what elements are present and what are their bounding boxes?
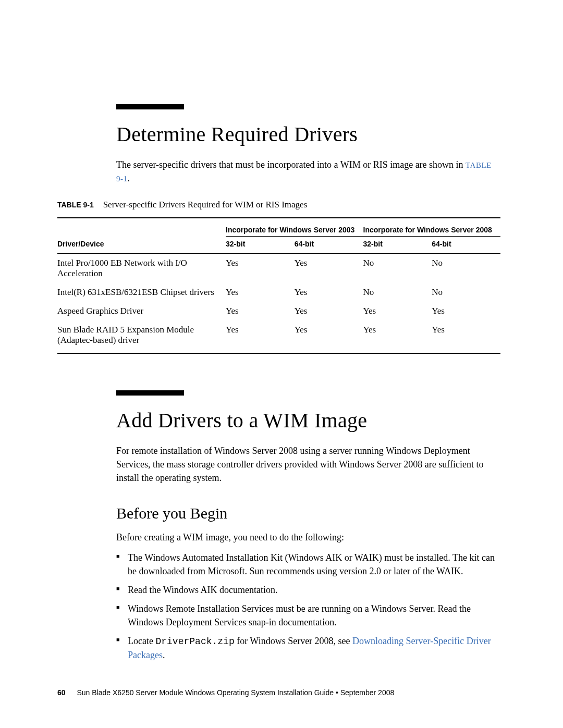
drivers-table: Incorporate for Windows Server 2003 Inco… xyxy=(57,217,500,354)
intro-text-pre: The server-specific drivers that must be… xyxy=(116,159,466,170)
list-item: Locate DriverPack.zip for Windows Server… xyxy=(116,634,500,662)
table-caption-code: TABLE 9-1 xyxy=(57,201,94,209)
heading-add-drivers-wim: Add Drivers to a WIM Image xyxy=(116,408,500,433)
col-2003-32: 32-bit xyxy=(226,237,295,254)
list-item: Read the Windows AIK documentation. xyxy=(116,583,500,597)
col-2008-64: 64-bit xyxy=(432,237,500,254)
cell-val: Yes xyxy=(295,283,363,302)
cell-device: Aspeed Graphics Driver xyxy=(57,302,226,320)
page-footer: 60 Sun Blade X6250 Server Module Windows… xyxy=(57,688,500,697)
cell-val: Yes xyxy=(226,320,295,353)
col-group-2008: Incorporate for Windows Server 2008 xyxy=(363,218,501,237)
cell-val: No xyxy=(432,283,500,302)
intro-paragraph-2: For remote installation of Windows Serve… xyxy=(116,444,500,485)
cell-val: Yes xyxy=(295,320,363,353)
b4-code: DriverPack.zip xyxy=(155,636,234,647)
table-caption-desc: Server-specific Drivers Required for WIM… xyxy=(103,200,308,209)
cell-val: Yes xyxy=(295,302,363,320)
col-2008-32: 32-bit xyxy=(363,237,432,254)
b4-post: . xyxy=(163,650,165,660)
cell-val: Yes xyxy=(363,302,432,320)
cell-val: Yes xyxy=(226,302,295,320)
section-rule xyxy=(116,390,184,396)
cell-val: No xyxy=(363,283,432,302)
cell-val: Yes xyxy=(295,254,363,283)
page-number: 60 xyxy=(57,688,66,697)
subheading-before-you-begin: Before you Begin xyxy=(116,504,500,522)
b4-pre: Locate xyxy=(128,636,155,646)
intro-paragraph-1: The server-specific drivers that must be… xyxy=(116,158,500,185)
cell-val: Yes xyxy=(226,283,295,302)
col-2003-64: 64-bit xyxy=(295,237,363,254)
list-item: The Windows Automated Installation Kit (… xyxy=(116,551,500,578)
footer-title: Sun Blade X6250 Server Module Windows Op… xyxy=(77,688,394,697)
cell-device: Intel(R) 631xESB/6321ESB Chipset drivers xyxy=(57,283,226,302)
intro-text-post: . xyxy=(128,173,130,183)
cell-val: Yes xyxy=(363,320,432,353)
cell-val: Yes xyxy=(226,254,295,283)
table-row: Sun Blade RAID 5 Expansion Module (Adapt… xyxy=(57,320,500,353)
cell-val: Yes xyxy=(432,302,500,320)
sub-intro-text: Before creating a WIM image, you need to… xyxy=(116,530,500,544)
col-group-2003: Incorporate for Windows Server 2003 xyxy=(226,218,363,237)
list-item: Windows Remote Installation Services mus… xyxy=(116,602,500,629)
bullet-list: The Windows Automated Installation Kit (… xyxy=(116,551,500,662)
table-caption: TABLE 9-1 Server-specific Drivers Requir… xyxy=(57,200,500,210)
table-row: Intel Pro/1000 EB Network with I/O Accel… xyxy=(57,254,500,283)
heading-determine-drivers: Determine Required Drivers xyxy=(116,122,500,146)
table-row: Aspeed Graphics Driver Yes Yes Yes Yes xyxy=(57,302,500,320)
cell-val: Yes xyxy=(432,320,500,353)
cell-val: No xyxy=(432,254,500,283)
section-rule xyxy=(116,104,184,109)
col-driver-device: Driver/Device xyxy=(57,237,226,254)
cell-device: Intel Pro/1000 EB Network with I/O Accel… xyxy=(57,254,226,283)
table-row: Intel(R) 631xESB/6321ESB Chipset drivers… xyxy=(57,283,500,302)
cell-val: No xyxy=(363,254,432,283)
cell-device: Sun Blade RAID 5 Expansion Module (Adapt… xyxy=(57,320,226,353)
b4-mid: for Windows Server 2008, see xyxy=(235,636,352,646)
